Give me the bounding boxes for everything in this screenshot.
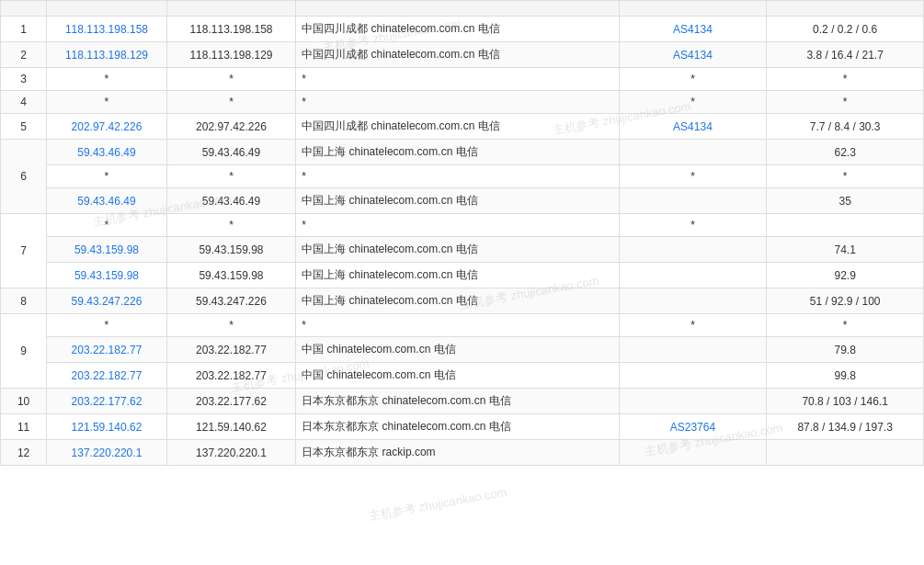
ip-cell: * <box>47 68 167 91</box>
region-cell: * <box>296 314 619 337</box>
region-cell: 中国上海 chinatelecom.com.cn 电信 <box>296 263 619 288</box>
region-cell: 中国上海 chinatelecom.com.cn 电信 <box>296 237 619 263</box>
time-cell: 99.8 <box>767 363 924 389</box>
table-row: 4***** <box>1 91 924 114</box>
ip-link[interactable]: 118.113.198.129 <box>65 49 148 62</box>
ip-link[interactable]: 202.97.42.226 <box>72 120 143 133</box>
header-hop <box>1 1 47 17</box>
ip-cell[interactable]: 59.43.247.226 <box>47 288 167 314</box>
hop-cell: 7 <box>1 214 47 288</box>
ip-link[interactable]: 137.220.220.1 <box>72 446 143 459</box>
as-cell <box>619 363 767 389</box>
as-cell <box>619 389 767 414</box>
table-row: 1118.113.198.158118.113.198.158中国四川成都 ch… <box>1 17 924 42</box>
time-cell: 62.3 <box>767 140 924 165</box>
ip-link[interactable]: 203.22.177.62 <box>72 395 143 408</box>
ip-cell[interactable]: 137.220.220.1 <box>47 440 167 466</box>
as-cell: * <box>619 68 767 91</box>
as-cell[interactable]: AS4134 <box>619 42 767 68</box>
ip-cell[interactable]: 59.43.159.98 <box>47 263 167 288</box>
time-cell: 35 <box>767 188 924 214</box>
region-cell: 中国 chinatelecom.com.cn 电信 <box>296 337 619 363</box>
hostname-cell: 203.22.177.62 <box>166 389 296 414</box>
header-region <box>296 1 619 17</box>
region-cell: * <box>296 91 619 114</box>
ip-link[interactable]: 59.43.46.49 <box>77 195 135 208</box>
hop-cell: 10 <box>1 389 47 414</box>
as-cell: * <box>619 314 767 337</box>
ip-cell[interactable]: 59.43.46.49 <box>47 140 167 165</box>
ip-link[interactable]: 59.43.46.49 <box>77 146 135 159</box>
ip-cell: * <box>47 214 167 237</box>
ip-link[interactable]: 59.43.159.98 <box>74 243 139 256</box>
ip-link[interactable]: 203.22.182.77 <box>72 344 143 356</box>
hostname-cell: * <box>166 314 296 337</box>
region-cell: 中国上海 chinatelecom.com.cn 电信 <box>296 288 619 314</box>
ip-cell[interactable]: 203.22.177.62 <box>47 389 167 414</box>
table-row: 11121.59.140.62121.59.140.62日本东京都东京 chin… <box>1 414 924 440</box>
ip-link[interactable]: 118.113.198.158 <box>65 23 148 36</box>
ip-link[interactable]: 59.43.159.98 <box>74 269 139 282</box>
hostname-cell: * <box>166 214 296 237</box>
table-sub-row: 59.43.159.9859.43.159.98中国上海 chinateleco… <box>1 263 924 288</box>
table-sub-row: 59.43.46.4959.43.46.49中国上海 chinatelecom.… <box>1 188 924 214</box>
as-cell <box>619 140 767 165</box>
table-row: 659.43.46.4959.43.46.49中国上海 chinatelecom… <box>1 140 924 165</box>
region-cell: 中国上海 chinatelecom.com.cn 电信 <box>296 140 619 165</box>
as-cell: * <box>619 165 767 188</box>
time-cell <box>767 214 924 237</box>
region-cell: * <box>296 68 619 91</box>
hop-cell: 9 <box>1 314 47 389</box>
as-link[interactable]: AS4134 <box>673 120 713 133</box>
time-cell: 92.9 <box>767 263 924 288</box>
as-cell <box>619 288 767 314</box>
region-cell: 中国四川成都 chinatelecom.com.cn 电信 <box>296 42 619 68</box>
as-cell <box>619 237 767 263</box>
hostname-cell: 59.43.46.49 <box>166 188 296 214</box>
table-row: 10203.22.177.62203.22.177.62日本东京都东京 chin… <box>1 389 924 414</box>
ip-cell: * <box>47 91 167 114</box>
hop-cell: 12 <box>1 440 47 466</box>
hostname-cell: 203.22.182.77 <box>166 337 296 363</box>
ip-cell[interactable]: 121.59.140.62 <box>47 414 167 440</box>
table-row: 859.43.247.22659.43.247.226中国上海 chinatel… <box>1 288 924 314</box>
region-cell: 中国四川成都 chinatelecom.com.cn 电信 <box>296 17 619 42</box>
ip-cell[interactable]: 59.43.159.98 <box>47 237 167 263</box>
as-cell: * <box>619 91 767 114</box>
ip-cell[interactable]: 203.22.182.77 <box>47 337 167 363</box>
hostname-cell: * <box>166 165 296 188</box>
time-cell: 51 / 92.9 / 100 <box>767 288 924 314</box>
as-cell[interactable]: AS4134 <box>619 17 767 42</box>
ip-link[interactable]: 203.22.182.77 <box>72 369 143 382</box>
as-link[interactable]: AS4134 <box>673 23 713 36</box>
as-cell[interactable]: AS4134 <box>619 114 767 140</box>
region-cell: 中国四川成都 chinatelecom.com.cn 电信 <box>296 114 619 140</box>
ip-cell[interactable]: 59.43.46.49 <box>47 188 167 214</box>
ip-cell[interactable]: 203.22.182.77 <box>47 363 167 389</box>
time-cell: 3.8 / 16.4 / 21.7 <box>767 42 924 68</box>
ip-cell: * <box>47 165 167 188</box>
region-cell: 中国上海 chinatelecom.com.cn 电信 <box>296 188 619 214</box>
hostname-cell: 59.43.247.226 <box>166 288 296 314</box>
as-link[interactable]: AS4134 <box>673 49 713 62</box>
table-row: 5202.97.42.226202.97.42.226中国四川成都 chinat… <box>1 114 924 140</box>
hop-cell: 11 <box>1 414 47 440</box>
ip-link[interactable]: 121.59.140.62 <box>72 421 143 434</box>
header-as <box>619 1 767 17</box>
hop-cell: 1 <box>1 17 47 42</box>
hostname-cell: * <box>166 68 296 91</box>
region-cell: 中国 chinatelecom.com.cn 电信 <box>296 363 619 389</box>
hop-cell: 5 <box>1 114 47 140</box>
hostname-cell: 59.43.159.98 <box>166 237 296 263</box>
ip-link[interactable]: 59.43.247.226 <box>72 295 143 308</box>
hop-cell: 4 <box>1 91 47 114</box>
time-cell: * <box>767 314 924 337</box>
ip-cell[interactable]: 202.97.42.226 <box>47 114 167 140</box>
as-link[interactable]: AS23764 <box>670 421 715 434</box>
header-time <box>767 1 924 17</box>
ip-cell[interactable]: 118.113.198.158 <box>47 17 167 42</box>
as-cell <box>619 440 767 466</box>
region-cell: 日本东京都东京 chinatelecom.com.cn 电信 <box>296 389 619 414</box>
as-cell[interactable]: AS23764 <box>619 414 767 440</box>
ip-cell[interactable]: 118.113.198.129 <box>47 42 167 68</box>
